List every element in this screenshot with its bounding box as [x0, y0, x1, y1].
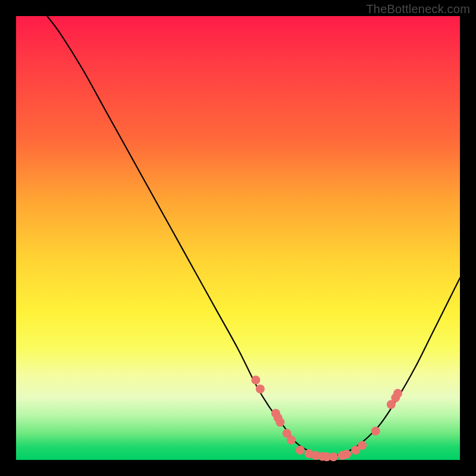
chart-svg: [16, 16, 460, 460]
data-dot: [251, 375, 260, 384]
data-dot: [329, 452, 338, 461]
data-dot: [393, 389, 402, 398]
data-dots: [251, 375, 402, 461]
watermark-text: TheBottleneck.com: [366, 2, 470, 16]
data-dot: [296, 446, 305, 455]
data-dot: [256, 384, 265, 393]
chart-frame: TheBottleneck.com: [0, 0, 476, 476]
data-dot: [342, 450, 351, 459]
data-dot: [358, 441, 367, 450]
data-dot: [287, 436, 296, 444]
plot-area: [16, 16, 460, 460]
data-dot: [275, 418, 284, 427]
data-dot: [371, 427, 380, 436]
